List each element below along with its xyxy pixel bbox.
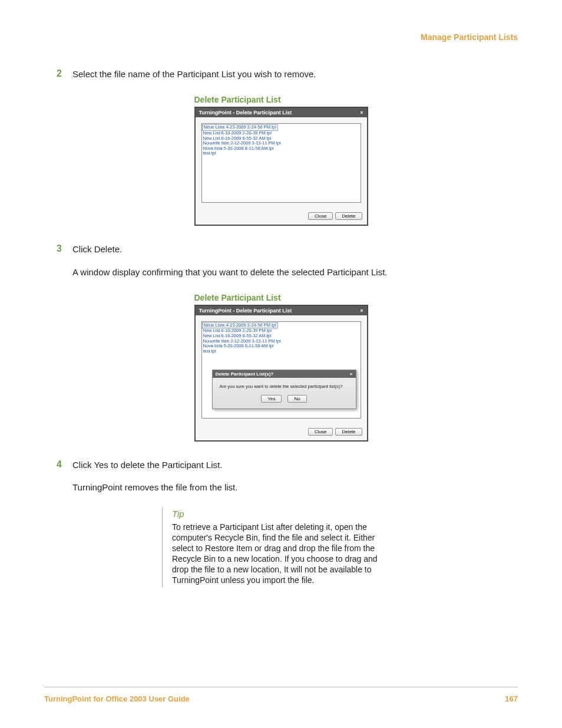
confirm-message: Are you sure you want to delete the sele… xyxy=(217,384,351,389)
close-icon[interactable]: × xyxy=(350,371,353,377)
step-number: 4 xyxy=(44,459,72,471)
delete-button[interactable]: Delete xyxy=(335,212,362,220)
step-4-followup: TurningPoint removes the file from the l… xyxy=(72,482,518,493)
step-3: 3 Click Delete. xyxy=(44,243,518,255)
close-icon[interactable]: × xyxy=(360,308,363,314)
figure-caption: Delete Participant List xyxy=(194,293,368,302)
confirm-titlebar: Delete Participant List(s)? × xyxy=(213,370,356,378)
figure-1: Delete Participant List TurningPoint - D… xyxy=(44,95,518,226)
close-button[interactable]: Close xyxy=(308,428,333,436)
step-text: Click Yes to delete the Participant List… xyxy=(72,459,518,471)
list-item[interactable]: Nova lista 5-20-2008 8-11-58 AM.tpl xyxy=(202,344,361,349)
dialog-title-text: TurningPoint - Delete Participant List xyxy=(199,110,292,116)
figure-caption: Delete Participant List xyxy=(194,95,368,104)
step-3-followup: A window display confirming that you wan… xyxy=(72,266,518,278)
section-header: Manage Participant Lists xyxy=(44,32,518,42)
step-text: Select the file name of the Participant … xyxy=(72,68,518,80)
yes-button[interactable]: Yes xyxy=(261,395,282,403)
figure-2: Delete Participant List TurningPoint - D… xyxy=(44,293,518,442)
list-item[interactable]: test.tpl xyxy=(202,349,361,354)
participant-listbox[interactable]: Neue Liste 4-23-2009 2-24-56 PM.tpl New … xyxy=(201,123,361,203)
dialog-title-text: TurningPoint - Delete Participant List xyxy=(199,308,292,314)
page-number: 167 xyxy=(505,694,518,703)
page-footer: TurningPoint for Office 2003 User Guide … xyxy=(44,687,518,703)
close-icon[interactable]: × xyxy=(360,110,363,116)
tip-text: To retrieve a Participant List after del… xyxy=(172,522,380,585)
list-item[interactable]: Nova lista 5-20-2008 8-11-58 AM.tpl xyxy=(202,146,361,151)
tip-block: Tip To retrieve a Participant List after… xyxy=(162,508,380,587)
tip-heading: Tip xyxy=(172,509,380,519)
delete-dialog-with-confirm: TurningPoint - Delete Participant List ×… xyxy=(194,305,368,442)
step-text: Click Delete. xyxy=(72,243,518,255)
dialog-titlebar: TurningPoint - Delete Participant List × xyxy=(196,306,367,315)
step-2: 2 Select the file name of the Participan… xyxy=(44,68,518,80)
footer-title: TurningPoint for Office 2003 User Guide xyxy=(44,694,190,703)
step-number: 3 xyxy=(44,243,72,255)
close-button[interactable]: Close xyxy=(308,212,333,220)
list-item[interactable]: test.tpl xyxy=(202,151,361,156)
confirm-dialog: Delete Participant List(s)? × Are you su… xyxy=(212,370,356,409)
confirm-title-text: Delete Participant List(s)? xyxy=(216,371,274,377)
step-4: 4 Click Yes to delete the Participant Li… xyxy=(44,459,518,471)
dialog-titlebar: TurningPoint - Delete Participant List × xyxy=(196,108,367,117)
delete-dialog: TurningPoint - Delete Participant List ×… xyxy=(194,107,368,226)
no-button[interactable]: No xyxy=(287,395,306,403)
delete-button[interactable]: Delete xyxy=(335,428,362,436)
step-number: 2 xyxy=(44,68,72,80)
